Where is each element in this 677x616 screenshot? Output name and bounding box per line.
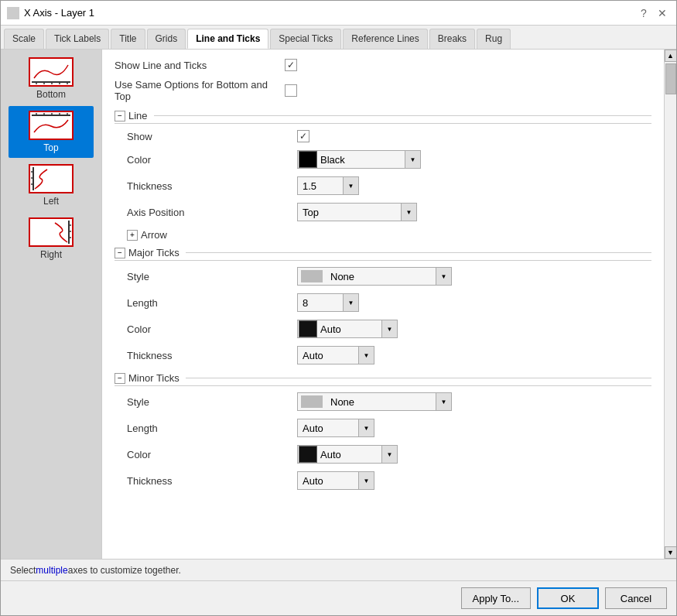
major-color-control: Auto ▼	[297, 320, 651, 338]
help-button[interactable]: ?	[636, 5, 651, 21]
tab-scale[interactable]: Scale	[4, 29, 44, 49]
arrow-expand-button[interactable]: +	[127, 230, 138, 241]
title-bar: X Axis - Layer 1 ? ✕	[1, 1, 676, 26]
bottom-buttons: Apply To... OK Cancel	[1, 580, 676, 615]
line-thickness-value: 1.5	[298, 180, 343, 192]
ok-button[interactable]: OK	[537, 587, 599, 609]
major-ticks-section-header: − Major Ticks	[115, 247, 651, 261]
minor-color-value: Auto	[320, 449, 381, 460]
scroll-thumb[interactable]	[665, 63, 676, 94]
axis-position-label: Axis Position	[127, 207, 297, 218]
minor-thickness-row: Thickness Auto ▼	[127, 471, 651, 490]
main-panel: Show Line and Ticks Use Same Options for…	[101, 50, 676, 559]
minor-thickness-value: Auto	[298, 475, 358, 487]
tab-reference-lines[interactable]: Reference Lines	[343, 29, 427, 49]
line-thickness-label: Thickness	[127, 180, 297, 192]
line-show-control	[297, 130, 651, 142]
tab-grids[interactable]: Grids	[147, 29, 186, 49]
major-style-arrow: ▼	[436, 268, 451, 285]
close-button[interactable]: ✕	[655, 5, 670, 21]
tab-line-and-ticks[interactable]: Line and Ticks	[187, 29, 268, 49]
sidebar-item-right[interactable]: Right	[9, 213, 94, 265]
window-icon	[7, 7, 19, 19]
major-color-label: Color	[127, 323, 297, 335]
line-color-swatch	[299, 151, 317, 168]
major-length-select[interactable]: 8 ▼	[297, 293, 359, 312]
minor-ticks-section-divider	[186, 378, 651, 378]
left-label: Left	[43, 196, 59, 207]
minor-length-value: Auto	[298, 423, 358, 434]
window-title: X Axis - Layer 1	[24, 7, 94, 19]
tab-bar: Scale Tick Labels Title Grids Line and T…	[1, 26, 676, 50]
minor-color-row: Color Auto ▼	[127, 445, 651, 464]
major-color-row: Color Auto ▼	[127, 320, 651, 338]
line-color-select[interactable]: Black ▼	[297, 150, 421, 169]
scrollbar: ▲ ▼	[664, 50, 676, 559]
use-same-options-checkbox[interactable]	[285, 84, 297, 97]
bottom-label: Bottom	[36, 89, 66, 100]
title-bar-controls: ? ✕	[636, 5, 670, 21]
cancel-button[interactable]: Cancel	[605, 587, 667, 609]
minor-color-label: Color	[127, 449, 297, 460]
major-style-select[interactable]: None ▼	[297, 267, 452, 286]
line-color-value: Black	[320, 154, 405, 166]
major-thickness-control: Auto ▼	[297, 346, 651, 364]
top-icon	[29, 111, 74, 140]
arrow-row: + Arrow	[127, 229, 651, 241]
right-icon	[29, 217, 74, 247]
apply-to-button[interactable]: Apply To...	[461, 587, 531, 609]
tab-title[interactable]: Title	[111, 29, 145, 49]
tab-tick-labels[interactable]: Tick Labels	[46, 29, 109, 49]
status-text-after: axes to customize together.	[68, 565, 181, 576]
sidebar-item-bottom[interactable]: Bottom	[9, 53, 94, 104]
major-thickness-select[interactable]: Auto ▼	[297, 346, 374, 364]
major-ticks-collapse-button[interactable]: −	[115, 248, 125, 258]
line-show-checkbox[interactable]	[297, 130, 309, 142]
tab-breaks[interactable]: Breaks	[429, 29, 475, 49]
tab-special-ticks[interactable]: Special Ticks	[270, 29, 341, 49]
major-style-control: None ▼	[297, 267, 651, 286]
minor-style-value: None	[326, 396, 436, 408]
panel-content: Show Line and Ticks Use Same Options for…	[102, 50, 664, 559]
show-line-ticks-checkbox[interactable]	[285, 59, 297, 71]
major-length-control: 8 ▼	[297, 293, 651, 312]
minor-length-row: Length Auto ▼	[127, 419, 651, 437]
right-label: Right	[40, 249, 62, 260]
minor-style-arrow: ▼	[436, 393, 451, 410]
major-length-value: 8	[298, 297, 343, 309]
minor-ticks-section-header: − Minor Ticks	[115, 372, 651, 386]
line-section-header: − Line	[115, 110, 651, 124]
major-style-label: Style	[127, 271, 297, 282]
line-show-row: Show	[127, 130, 651, 142]
status-text-before: Select	[10, 565, 36, 576]
sidebar-item-left[interactable]: Left	[9, 159, 94, 211]
major-color-arrow: ▼	[381, 320, 397, 337]
sidebar-item-top[interactable]: Top	[9, 106, 94, 158]
line-thickness-select[interactable]: 1.5 ▼	[297, 176, 359, 195]
minor-length-select[interactable]: Auto ▼	[297, 419, 374, 437]
minor-ticks-section-title: Minor Ticks	[128, 372, 180, 384]
scroll-down-button[interactable]: ▼	[665, 546, 677, 559]
major-color-value: Auto	[320, 323, 381, 335]
line-section-title: Line	[128, 110, 148, 121]
minor-thickness-label: Thickness	[127, 475, 297, 487]
major-style-value: None	[326, 271, 436, 282]
line-collapse-button[interactable]: −	[115, 111, 125, 121]
scroll-up-button[interactable]: ▲	[665, 50, 677, 62]
scroll-wrapper: Show Line and Ticks Use Same Options for…	[102, 50, 676, 559]
use-same-options-row: Use Same Options for Bottom and Top	[115, 79, 651, 102]
axis-position-select[interactable]: Top ▼	[297, 203, 417, 221]
minor-color-select[interactable]: Auto ▼	[297, 445, 398, 464]
major-style-row: Style None ▼	[127, 267, 651, 286]
tab-rug[interactable]: Rug	[477, 29, 511, 49]
minor-ticks-collapse-button[interactable]: −	[115, 373, 125, 384]
line-thickness-row: Thickness 1.5 ▼	[127, 176, 651, 195]
line-color-arrow: ▼	[405, 151, 420, 168]
show-line-ticks-row: Show Line and Ticks	[115, 59, 651, 71]
left-icon	[29, 164, 74, 193]
minor-style-select[interactable]: None ▼	[297, 392, 452, 411]
minor-thickness-select[interactable]: Auto ▼	[297, 471, 374, 490]
major-thickness-row: Thickness Auto ▼	[127, 346, 651, 364]
line-color-row: Color Black ▼	[127, 150, 651, 169]
major-color-select[interactable]: Auto ▼	[297, 320, 398, 338]
